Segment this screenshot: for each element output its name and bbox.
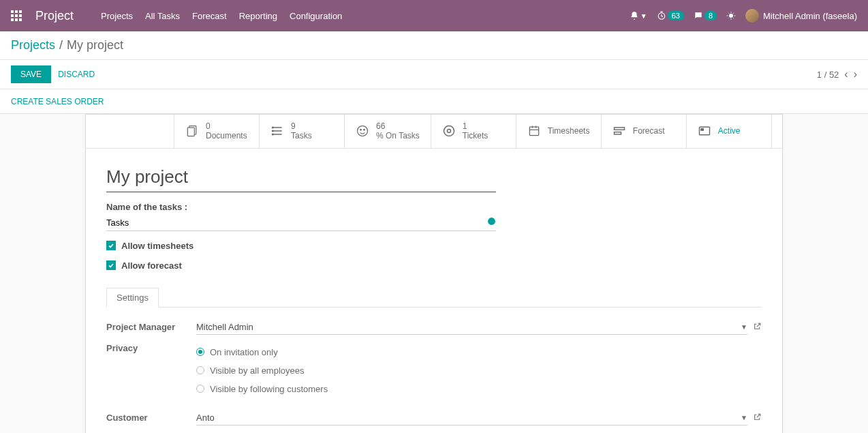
user-name: Mitchell Admin (faseela) [763,11,857,21]
stat-timesheets[interactable]: Timesheets [516,115,602,148]
breadcrumb-bar: Projects/My project [0,31,868,60]
top-nav: Project Projects All Tasks Forecast Repo… [0,0,868,31]
form-sheet: 0Documents 9Tasks 66% On Tasks 1Tickets … [85,114,783,433]
pager-prev-icon[interactable]: ‹ [844,68,848,80]
nav-projects[interactable]: Projects [101,11,133,21]
svg-rect-20 [614,132,621,134]
brand[interactable]: Project [35,9,74,23]
stat-on-tasks[interactable]: 66% On Tasks [345,115,431,148]
stat-forecast[interactable]: Forecast [602,115,687,148]
tab-settings[interactable]: Settings [106,288,159,308]
save-button[interactable]: SAVE [11,65,51,83]
debug-icon[interactable] [726,11,736,20]
bell-icon[interactable]: ▼ [630,11,647,20]
caret-down-icon[interactable]: ▼ [741,414,747,421]
allow-timesheets-label: Allow timesheets [121,241,193,251]
svg-rect-3 [187,128,194,136]
nav-forecast[interactable]: Forecast [192,11,227,21]
pager-next-icon[interactable]: › [854,68,857,80]
svg-point-13 [444,126,454,136]
svg-point-23 [488,218,495,225]
svg-point-12 [364,130,365,131]
nav-configuration[interactable]: Configuration [290,11,342,21]
name-of-tasks-label: Name of the tasks : [106,202,762,212]
nav-menu: Projects All Tasks Forecast Reporting Co… [101,11,630,21]
svg-point-1 [729,14,733,18]
avatar [745,9,759,23]
external-link-icon[interactable] [753,322,762,333]
privacy-radio-customers[interactable] [196,385,204,393]
nav-reporting[interactable]: Reporting [239,11,277,21]
chat-icon[interactable]: 8 [694,11,717,20]
svg-rect-19 [614,128,624,130]
nav-right: ▼ 63 8 Mitchell Admin (faseela) [630,9,857,23]
chat-badge: 8 [704,11,717,20]
tabs: Settings [106,287,762,308]
breadcrumb-current: My project [67,38,123,52]
stat-tickets[interactable]: 1Tickets [431,115,516,148]
svg-point-7 [273,128,274,129]
project-title-input[interactable] [106,165,496,192]
svg-point-9 [273,134,274,136]
stat-buttons: 0Documents 9Tasks 66% On Tasks 1Tickets … [86,115,782,149]
timer-badge: 63 [668,11,684,20]
actions-bar: SAVE DISCARD 1 / 52 ‹ › [0,60,868,89]
user-menu[interactable]: Mitchell Admin (faseela) [745,9,857,23]
timer-icon[interactable]: 63 [657,11,684,20]
breadcrumb-root[interactable]: Projects [11,38,55,52]
allow-forecast-label: Allow forecast [121,260,182,271]
breadcrumb: Projects/My project [11,38,857,53]
svg-point-14 [447,130,450,133]
stat-documents[interactable]: 0Documents [174,115,260,148]
pm-select[interactable]: Mitchell Admin▼ [196,320,747,335]
privacy-radio-employees[interactable] [196,366,204,374]
pm-label: Project Manager [106,322,196,332]
customer-select[interactable]: Anto▼ [196,410,747,425]
secondary-actions: CREATE SALES ORDER [0,89,868,114]
customer-label: Customer [106,413,196,423]
pager: 1 / 52 ‹ › [817,68,857,80]
stat-blank [86,115,174,148]
svg-rect-22 [701,129,703,131]
svg-point-10 [358,126,368,136]
privacy-label: Privacy [106,343,196,353]
create-sales-order-button[interactable]: CREATE SALES ORDER [11,97,104,106]
nav-all-tasks[interactable]: All Tasks [145,11,180,21]
stat-active[interactable]: Active [687,115,772,148]
allow-forecast-checkbox[interactable] [106,260,116,270]
allow-timesheets-checkbox[interactable] [106,241,116,250]
globe-icon[interactable] [487,217,496,228]
stat-tasks[interactable]: 9Tasks [260,115,345,148]
caret-down-icon[interactable]: ▼ [741,323,747,331]
discard-button[interactable]: DISCARD [58,70,95,79]
name-of-tasks-input[interactable] [106,215,487,230]
svg-rect-15 [529,128,538,136]
svg-point-8 [273,131,274,132]
apps-icon[interactable] [11,10,22,21]
svg-point-11 [360,130,362,131]
privacy-radio-invitation[interactable] [196,348,204,356]
external-link-icon[interactable] [753,413,762,423]
